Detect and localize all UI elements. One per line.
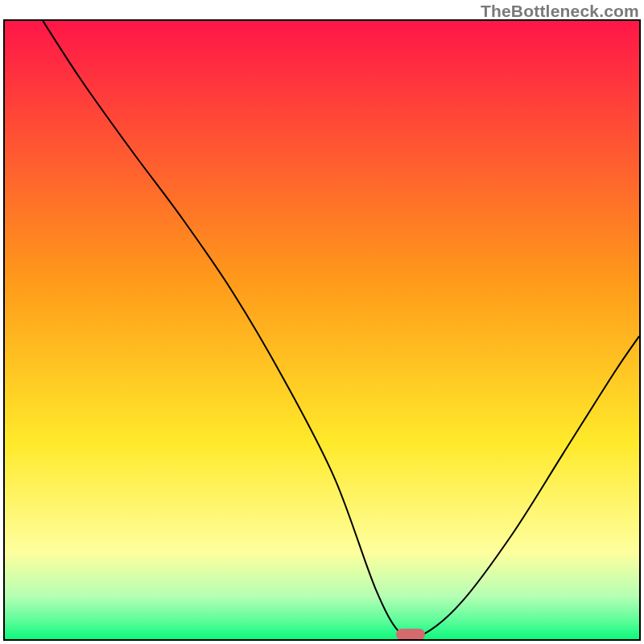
watermark-text: TheBottleneck.com — [481, 2, 639, 21]
optimal-marker — [396, 629, 425, 640]
bottleneck-curve — [5, 21, 639, 639]
chart-frame — [3, 19, 641, 641]
